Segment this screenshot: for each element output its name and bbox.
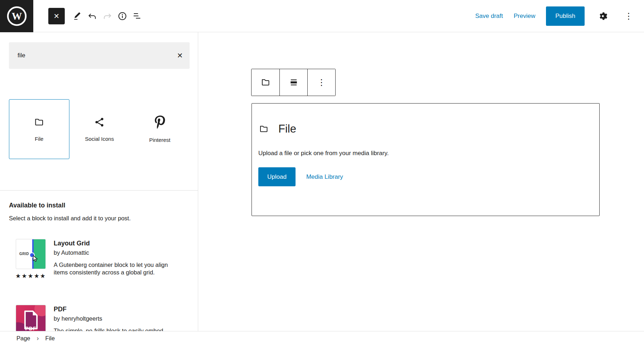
close-icon: ✕ — [54, 12, 60, 20]
folder-icon — [33, 116, 45, 128]
available-to-install-title: Available to install — [9, 202, 65, 209]
list-view-button[interactable] — [130, 8, 145, 24]
breadcrumb-current: File — [45, 335, 55, 342]
wordpress-logo[interactable]: W — [0, 0, 33, 32]
gear-icon — [598, 11, 608, 21]
pdf-thumbnail: PDF — [16, 305, 46, 331]
publish-button[interactable]: Publish — [546, 6, 585, 26]
available-to-install-subtitle: Select a block to install and add it to … — [9, 215, 131, 222]
install-item-description: A Gutenberg container block to let you a… — [54, 261, 174, 276]
breadcrumb-page[interactable]: Page — [16, 335, 30, 342]
save-draft-button[interactable]: Save draft — [475, 13, 503, 20]
install-item-title: PDF — [54, 305, 175, 313]
chevron-right-icon: › — [37, 335, 39, 342]
file-block-placeholder[interactable]: File Upload a file or pick one from your… — [252, 103, 600, 216]
block-breadcrumb-bar: Page › File — [0, 331, 644, 345]
file-block-actions: Upload Media Library — [258, 167, 599, 186]
folder-icon — [258, 124, 269, 134]
block-toolbar: ⋮ — [251, 69, 336, 96]
sidebar-divider — [0, 190, 198, 191]
file-block-title: File — [278, 123, 296, 135]
install-item-pdf[interactable]: PDF ★★★★★ PDF by henryholtgeerts The sim… — [16, 305, 175, 331]
block-results: File Social Icons Pinterest — [9, 99, 190, 159]
redo-button[interactable] — [100, 8, 115, 24]
align-button[interactable] — [279, 69, 307, 96]
block-search-input[interactable] — [9, 52, 170, 59]
thumbnail-green-panel — [33, 239, 45, 269]
block-tile-social-icons[interactable]: Social Icons — [69, 99, 130, 159]
block-tile-file[interactable]: File — [9, 99, 69, 159]
details-button[interactable] — [115, 8, 130, 24]
rating-stars: ★★★★★ — [15, 272, 46, 280]
folder-icon — [260, 77, 271, 88]
editor-canvas: ⋮ File Upload a file or pick one from yo… — [199, 32, 644, 331]
wordpress-block-editor: W ✕ — [0, 0, 644, 345]
info-icon — [117, 11, 127, 21]
install-item-layout-grid[interactable]: GRID ★★★★★ Layout Grid by Automattic A G… — [16, 239, 175, 280]
install-item-text-column: Layout Grid by Automattic A Gutenberg co… — [54, 239, 175, 280]
clear-icon: ✕ — [177, 52, 183, 59]
block-tile-label: File — [35, 136, 43, 142]
clear-search-button[interactable]: ✕ — [170, 46, 190, 65]
media-library-link[interactable]: Media Library — [306, 173, 343, 181]
block-tile-pinterest[interactable]: Pinterest — [130, 99, 190, 159]
header-actions: Save draft Preview Publish ⋮ — [475, 6, 644, 26]
thumbnail-grid-label: GRID — [19, 252, 29, 256]
block-tile-label: Pinterest — [149, 137, 170, 143]
pinterest-icon — [155, 115, 165, 129]
undo-icon — [87, 11, 97, 21]
mouse-cursor-icon — [33, 255, 38, 262]
pencil-icon — [73, 11, 82, 21]
align-icon — [288, 77, 299, 88]
block-options-button[interactable]: ⋮ — [307, 69, 335, 96]
block-type-button[interactable] — [252, 69, 279, 96]
redo-icon — [102, 11, 112, 21]
share-icon — [94, 116, 105, 128]
list-view-icon — [132, 11, 142, 21]
block-tile-label: Social Icons — [85, 136, 114, 142]
svg-text:W: W — [11, 10, 22, 22]
close-inserter-button[interactable]: ✕ — [48, 8, 65, 24]
install-item-byline: by henryholtgeerts — [54, 315, 175, 322]
block-search-box: ✕ — [9, 42, 190, 69]
editor-top-bar: W ✕ — [0, 0, 644, 32]
file-block-instruction: Upload a file or pick one from your medi… — [258, 150, 599, 157]
ellipsis-vertical-icon: ⋮ — [624, 12, 633, 20]
install-item-thumb-column: PDF ★★★★★ — [16, 305, 46, 331]
undo-button[interactable] — [85, 8, 100, 24]
ellipsis-vertical-icon: ⋮ — [317, 78, 326, 87]
install-item-title: Layout Grid — [54, 239, 175, 248]
install-item-text-column: PDF by henryholtgeerts The simple, no-fr… — [54, 305, 175, 331]
install-item-description: The simple, no-frills block to easily em… — [54, 327, 174, 331]
preview-button[interactable]: Preview — [514, 13, 535, 20]
install-item-thumb-column: GRID ★★★★★ — [16, 239, 46, 280]
wordpress-logo-icon: W — [6, 6, 27, 27]
settings-button[interactable] — [595, 8, 610, 24]
file-block-title-row: File — [258, 123, 599, 135]
edit-mode-button[interactable] — [70, 8, 85, 24]
pdf-thumbnail-label: PDF — [25, 326, 36, 331]
upload-button[interactable]: Upload — [258, 167, 296, 186]
install-item-byline: by Automattic — [54, 249, 175, 256]
block-inserter-panel: ✕ File Social Icons — [0, 32, 198, 331]
layout-grid-thumbnail: GRID — [16, 239, 46, 269]
options-menu-button[interactable]: ⋮ — [621, 8, 636, 24]
